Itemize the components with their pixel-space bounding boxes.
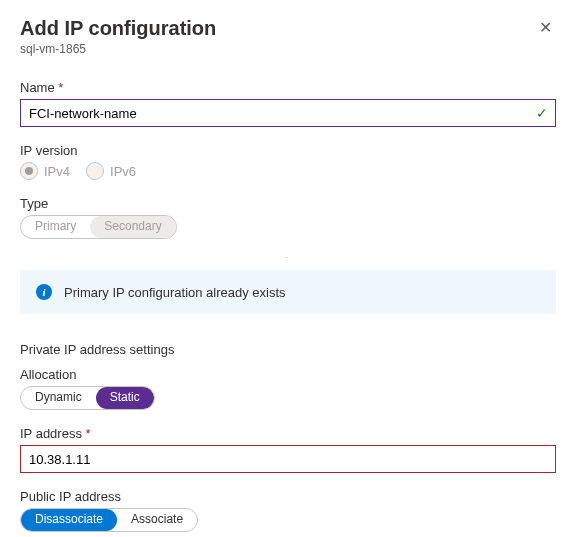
type-label: Type: [20, 196, 556, 211]
info-icon: i: [36, 284, 52, 300]
field-name: Name ✓: [20, 80, 556, 127]
field-ip-address: IP address: [20, 426, 556, 473]
ip-address-input[interactable]: [20, 445, 556, 473]
page-title: Add IP configuration: [20, 16, 216, 40]
check-icon: ✓: [536, 105, 548, 121]
type-toggle: Primary Secondary: [20, 215, 177, 239]
ip-version-radio-group: IPv4 IPv6: [20, 162, 556, 180]
public-ip-disassociate-button[interactable]: Disassociate: [21, 509, 117, 531]
name-label: Name: [20, 80, 556, 95]
ip-version-label: IP version: [20, 143, 556, 158]
close-button[interactable]: ✕: [535, 16, 556, 40]
field-public-ip: Public IP address Disassociate Associate: [20, 489, 556, 532]
radio-ipv6: IPv6: [86, 162, 136, 180]
radio-ipv4: IPv4: [20, 162, 70, 180]
type-primary-button: Primary: [21, 216, 90, 238]
divider-dots: •: [20, 255, 556, 260]
radio-circle-icon: [86, 162, 104, 180]
name-input[interactable]: [20, 99, 556, 127]
ip-address-label: IP address: [20, 426, 556, 441]
field-type: Type Primary Secondary: [20, 196, 556, 239]
info-banner: i Primary IP configuration already exist…: [20, 270, 556, 314]
public-ip-label: Public IP address: [20, 489, 556, 504]
radio-ipv4-label: IPv4: [44, 164, 70, 179]
radio-circle-icon: [20, 162, 38, 180]
allocation-static-button[interactable]: Static: [96, 387, 154, 409]
header: Add IP configuration sql-vm-1865 ✕: [20, 16, 556, 56]
close-icon: ✕: [539, 19, 552, 36]
allocation-toggle: Dynamic Static: [20, 386, 155, 410]
allocation-label: Allocation: [20, 367, 556, 382]
header-text: Add IP configuration sql-vm-1865: [20, 16, 216, 56]
allocation-dynamic-button[interactable]: Dynamic: [21, 387, 96, 409]
info-text: Primary IP configuration already exists: [64, 285, 286, 300]
section-private-ip: Private IP address settings: [20, 342, 556, 357]
field-allocation: Allocation Dynamic Static: [20, 367, 556, 410]
radio-ipv6-label: IPv6: [110, 164, 136, 179]
type-secondary-button: Secondary: [90, 216, 175, 238]
public-ip-associate-button[interactable]: Associate: [117, 509, 197, 531]
public-ip-toggle: Disassociate Associate: [20, 508, 198, 532]
page-subtitle: sql-vm-1865: [20, 42, 216, 56]
field-ip-version: IP version IPv4 IPv6: [20, 143, 556, 180]
